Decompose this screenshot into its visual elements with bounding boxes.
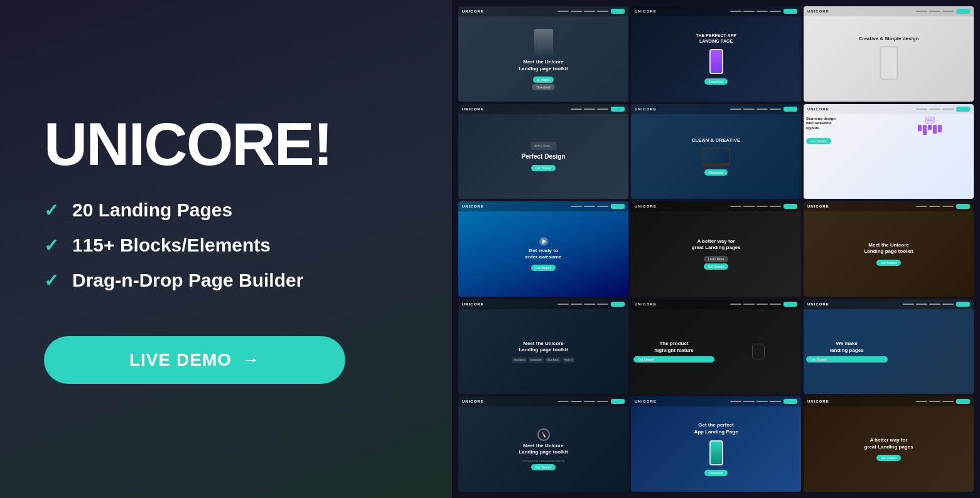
card15-btn[interactable]: Get Started	[876, 455, 902, 461]
screenshot-card-14[interactable]: UNICORE Get the perfectApp Landing Page …	[631, 396, 801, 492]
card10-logo: UNICORE	[462, 302, 484, 306]
check-icon-1: ✓	[44, 200, 58, 221]
screenshot-card-1[interactable]: UNICORE Meet the UnicoreLanding page too…	[458, 6, 628, 102]
screenshot-card-6[interactable]: UNICORE Stunning designwith awesomelayou…	[804, 104, 974, 199]
screenshot-card-4[interactable]: UNICORE APPLY NOW! Perfect Design Get St…	[458, 104, 628, 199]
play-button-7[interactable]	[539, 237, 548, 246]
card5-logo: UNICORE	[635, 107, 657, 111]
card14-logo: UNICORE	[635, 400, 657, 403]
card11-logo: UNICORE	[635, 302, 657, 306]
card13-btn[interactable]: Get Started	[531, 464, 556, 470]
phone-mockup-14	[709, 440, 723, 465]
feature-item-3: ✓ Drag-n-Drop Page Builder	[44, 270, 408, 291]
card9-logo: UNICORE	[807, 204, 829, 208]
live-demo-label: LIVE DEMO	[129, 350, 232, 370]
card6-logo: UNICORE	[807, 107, 829, 111]
card12-logo: UNICORE	[807, 302, 829, 306]
feature-label-1: 20 Landing Pages	[72, 199, 232, 221]
card7-title: Get ready toenter awesome	[525, 248, 562, 261]
main-container: UNICORE! ✓ 20 Landing Pages ✓ 115+ Block…	[0, 0, 980, 498]
card9-title: Meet the UnicoreLanding page toolkit	[864, 242, 913, 255]
card12-title: We makelanding pages	[806, 341, 888, 354]
screenshot-card-8[interactable]: UNICORE A better way forgreat Landing pa…	[631, 201, 801, 297]
card4-logo: UNICORE	[462, 107, 484, 111]
card5-title: CLEAN & CREATIVE	[692, 137, 741, 144]
person-silhouette-1	[534, 29, 553, 57]
feature-label-3: Drag-n-Drop Page Builder	[72, 270, 303, 291]
card2-btn[interactable]: Download	[704, 78, 727, 85]
card13-logo: UNICORE	[462, 400, 484, 403]
compass-icon	[537, 428, 550, 441]
apply-now-label: APPLY NOW!	[531, 142, 556, 150]
screenshot-card-2[interactable]: UNICORE THE PERFECT APPLANDING PAGE Down…	[631, 6, 801, 102]
card8-logo: UNICORE	[635, 204, 657, 208]
card10-features: Multi Layout Customizable Visual Builder…	[512, 358, 574, 363]
card1-btn2[interactable]: Download	[532, 84, 554, 90]
screenshot-card-3[interactable]: UNICORE Creative & Simple design	[804, 6, 974, 102]
card13-title: Meet the UnicoreLanding page toolkit	[519, 443, 568, 456]
watch-mockup-11	[752, 344, 765, 359]
card8-title: A better way forgreat Landing pages	[691, 238, 740, 252]
left-panel: UNICORE! ✓ 20 Landing Pages ✓ 115+ Block…	[0, 0, 452, 498]
bar-chart	[918, 125, 942, 135]
screenshot-card-15[interactable]: UNICORE A better way forgreat Landing pa…	[804, 396, 974, 492]
card2-title: THE PERFECT APPLANDING PAGE	[696, 33, 736, 44]
arrow-icon: →	[242, 350, 260, 370]
card1-title: Meet the UnicoreLanding page toolkit	[519, 59, 568, 72]
card15-logo: UNICORE	[807, 400, 829, 403]
brand-title: UNICORE!	[44, 114, 408, 174]
card3-title: Creative & Simple design	[858, 36, 918, 42]
check-icon-2: ✓	[44, 235, 58, 256]
card6-title: Stunning designwith awesomelayouts	[806, 117, 889, 131]
card10-title: Meet the UnicoreLanding page toolkit	[519, 341, 568, 354]
card11-btn[interactable]: Get Started	[633, 356, 714, 363]
feature-item-2: ✓ 115+ Blocks/Elements	[44, 235, 408, 256]
screenshot-card-9[interactable]: UNICORE Meet the UnicoreLanding page too…	[804, 201, 974, 297]
card14-title: Get the perfectApp Landing Page	[694, 422, 738, 435]
card4-btn[interactable]: Get Started	[531, 165, 556, 171]
screenshot-card-11[interactable]: UNICORE The producthighlight feature Get…	[631, 299, 801, 395]
card9-btn[interactable]: Get Started	[876, 260, 902, 266]
card15-title: A better way forgreat Landing pages	[864, 437, 913, 450]
screenshot-card-5[interactable]: UNICORE CLEAN & CREATIVE Download	[631, 104, 801, 199]
card6-btn[interactable]: Get Started	[806, 138, 831, 144]
card4-title: Perfect Design	[521, 152, 565, 161]
card1-btn[interactable]: ▶ Watch	[533, 77, 554, 83]
feature-label-2: 115+ Blocks/Elements	[72, 235, 271, 256]
card14-btn[interactable]: Download	[704, 470, 727, 476]
monitor-5	[702, 147, 730, 166]
screenshot-card-13[interactable]: UNICORE Meet the UnicoreLanding page too…	[458, 396, 628, 492]
card2-logo: UNICORE	[635, 9, 657, 13]
stats-box: Stats	[925, 117, 935, 124]
live-demo-button[interactable]: LIVE DEMO →	[44, 336, 345, 384]
card8-btn2[interactable]: Get Started	[704, 263, 729, 270]
card3-logo: UNICORE	[807, 9, 829, 13]
card5-btn[interactable]: Download	[704, 169, 727, 176]
screenshot-card-12[interactable]: UNICORE We makelanding pages Get Started	[804, 299, 974, 395]
screenshot-card-7[interactable]: UNICORE Get ready toenter awesome Get St…	[458, 201, 628, 297]
card1-logo: UNICORE	[462, 9, 484, 13]
feature-item-1: ✓ 20 Landing Pages	[44, 199, 408, 221]
card13-sub: Lorem ipsum dolor sit amet consectetur a…	[522, 460, 564, 462]
big-phone-3	[880, 46, 898, 80]
card8-btn1[interactable]: Learn More	[704, 256, 729, 262]
card7-btn[interactable]: Get Started	[531, 265, 556, 271]
screenshot-card-10[interactable]: UNICORE Meet the UnicoreLanding page too…	[458, 299, 628, 395]
check-icon-3: ✓	[44, 270, 58, 291]
phone-mockup-2	[709, 49, 723, 74]
features-list: ✓ 20 Landing Pages ✓ 115+ Blocks/Element…	[44, 199, 408, 305]
card11-title: The producthighlight feature	[633, 341, 714, 354]
card7-logo: UNICORE	[462, 204, 484, 208]
card12-btn[interactable]: Get Started	[806, 356, 888, 363]
screenshot-grid: UNICORE Meet the UnicoreLanding page too…	[452, 0, 980, 498]
